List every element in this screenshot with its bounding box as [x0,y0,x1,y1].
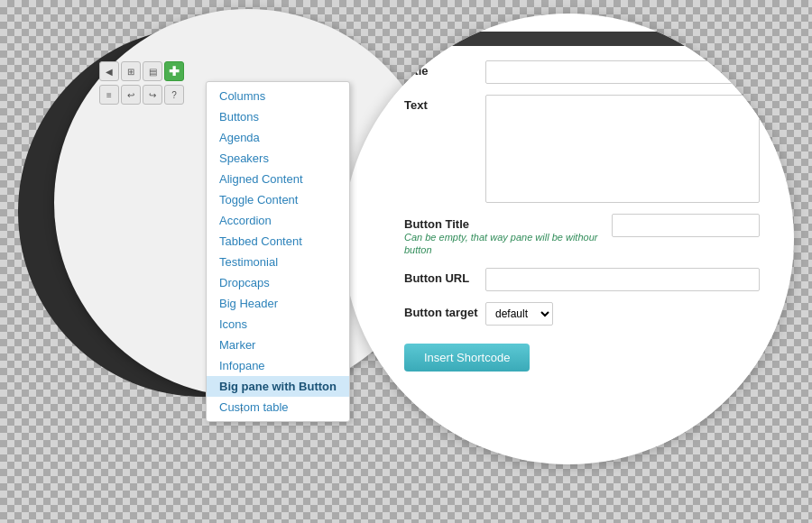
field-sublabel-2: Can be empty, that way pane will be with… [404,231,606,257]
menu-btn[interactable]: ≡ [99,85,119,105]
dropdown-item-big-header[interactable]: Big Header [207,293,349,314]
cursor-indicator: ↑ [239,404,245,415]
toolbar-row1: ◀ ⊞ ▤ ✚ [99,61,184,81]
dropdown-item-accordion[interactable]: Accordion [207,210,349,231]
field-textarea-1[interactable] [485,95,760,203]
field-input-2[interactable] [612,214,760,237]
dropdown-item-testimonial[interactable]: Testimonial [207,252,349,272]
add-btn[interactable]: ✚ [164,61,184,81]
form-row-1: Text [404,95,760,203]
dropdown-item-buttons[interactable]: Buttons [207,106,349,127]
dropdown-item-aligned-content[interactable]: Aligned Content [207,169,349,189]
field-select-4[interactable]: default_blank_self_parent_top [485,302,553,326]
grid-btn[interactable]: ⊞ [121,61,141,81]
dropdown-item-columns[interactable]: Columns [207,86,349,106]
field-select-wrap-4: default_blank_self_parent_top [485,302,553,326]
field-input-3[interactable] [485,268,760,291]
field-label-2: Button Title [404,214,606,231]
dialog-title [388,32,776,46]
dropdown-item-toggle-content[interactable]: Toggle Content [207,189,349,210]
toolbar-row2: ≡ ↩ ↪ ? [99,85,184,105]
insert-shortcode-dialog: TitleTextButton TitleCan be empty, that … [388,32,776,446]
dropdown-item-tabbed-content[interactable]: Tabbed Content [207,231,349,252]
dropdown-item-marker[interactable]: Marker [207,335,349,355]
dropdown-item-dropcaps[interactable]: Dropcaps [207,272,349,293]
help-btn[interactable]: ? [164,85,184,105]
dropdown-item-agenda[interactable]: Agenda [207,127,349,148]
field-input-0[interactable] [485,60,760,84]
form-row-0: Title [404,60,760,84]
circle-right-bg: TitleTextButton TitleCan be empty, that … [343,14,794,464]
dropdown-item-big-pane-with-button[interactable]: Big pane with Button [207,376,349,397]
table-btn[interactable]: ▤ [143,61,162,81]
insert-shortcode-button[interactable]: Insert Shortcode [404,344,530,372]
form-row-3: Button URL [404,268,760,291]
undo-btn[interactable]: ↩ [121,85,141,105]
dropdown-item-infopane[interactable]: Infopane [207,355,349,376]
redo-btn[interactable]: ↪ [143,85,162,105]
field-label-1: Text [404,95,485,112]
field-label-3: Button URL [404,268,485,285]
dialog-body: TitleTextButton TitleCan be empty, that … [388,46,776,386]
back-btn[interactable]: ◀ [99,61,119,81]
form-row-4: Button targetdefault_blank_self_parent_t… [404,302,760,326]
shortcode-dropdown: ColumnsButtonsAgendaSpeakersAligned Cont… [206,81,350,422]
field-label-0: Title [404,60,485,78]
form-row-2: Button TitleCan be empty, that way pane … [404,214,760,257]
dropdown-item-speakers[interactable]: Speakers [207,148,349,169]
dropdown-item-custom-table[interactable]: Custom table [207,397,349,417]
dropdown-item-icons[interactable]: Icons [207,314,349,335]
field-label-4: Button target [404,302,485,319]
